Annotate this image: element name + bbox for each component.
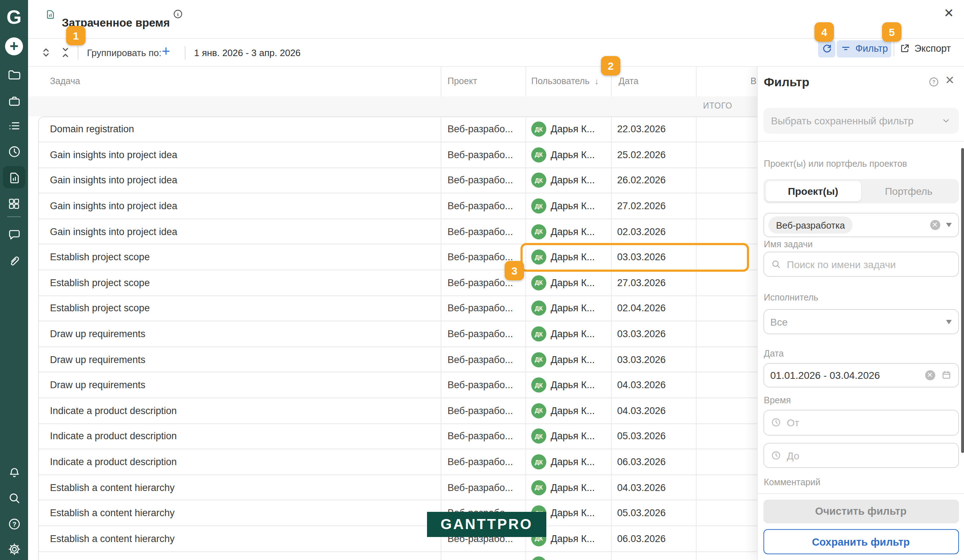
- task-cell: Draw up requirements: [39, 322, 441, 347]
- ganttpro-logo[interactable]: G: [0, 7, 28, 28]
- user-cell: ДК Дарья К...: [526, 296, 611, 321]
- expand-all-button[interactable]: [38, 45, 53, 60]
- calendar-icon[interactable]: [941, 370, 951, 380]
- project-cell: Веб-разрабо...: [441, 168, 526, 193]
- date-range-value: 01.01.2026 - 03.04.2026: [770, 369, 880, 381]
- filter-panel: Фильтр ? ✕ Выбрать сохраненный фильтр Пр…: [757, 67, 964, 560]
- panel-divider: [757, 141, 964, 142]
- bell-icon: [7, 466, 21, 480]
- user-cell: ДК Дарья К...: [526, 219, 611, 244]
- avatar: ДК: [531, 429, 546, 444]
- sidebar-item-time-log[interactable]: [0, 141, 28, 163]
- avatar: ДК: [531, 557, 546, 560]
- project-cell: Веб-разрабо...: [441, 424, 526, 449]
- user-cell: ДК Дарья К...: [526, 142, 611, 167]
- date-cell: 05.03.2026: [611, 501, 697, 526]
- sidebar-item-search[interactable]: [0, 487, 28, 509]
- sort-descending-icon[interactable]: ↓: [594, 77, 599, 86]
- collapse-all-button[interactable]: [57, 45, 73, 60]
- date-cell: 04.03.2026: [611, 475, 697, 500]
- avatar: ДК: [531, 147, 546, 163]
- clear-project-icon[interactable]: ✕: [930, 220, 940, 230]
- project-select[interactable]: Веб-разработка ✕: [763, 213, 959, 237]
- clear-date-icon[interactable]: ✕: [925, 370, 935, 380]
- date-cell: 05.03.2026: [611, 424, 697, 449]
- avatar: ДК: [531, 378, 546, 392]
- filter-panel-title: Фильтр: [764, 75, 809, 90]
- sidebar-item-reports-active[interactable]: [0, 168, 28, 189]
- assignee-select[interactable]: Все: [763, 309, 959, 334]
- dropdown-arrow-icon[interactable]: [946, 223, 951, 227]
- date-cell: 04.03.2026: [611, 398, 697, 423]
- user-cell: ДК Дарья К...: [526, 322, 611, 347]
- add-button[interactable]: +: [0, 35, 28, 57]
- panel-scrollbar[interactable]: [961, 148, 964, 453]
- saved-filter-select[interactable]: Выбрать сохраненный фильтр: [763, 108, 959, 134]
- task-name-label: Имя задачи: [764, 239, 813, 249]
- sidebar-item-attachments[interactable]: [0, 250, 28, 272]
- clock-icon: [770, 417, 781, 428]
- task-cell: Gain insights into project idea: [39, 194, 441, 218]
- panel-divider: [757, 493, 964, 494]
- save-filter-button[interactable]: Сохранить фильтр: [763, 529, 959, 554]
- column-header-user[interactable]: Пользователь↓: [526, 67, 611, 96]
- assignee-value: Все: [770, 316, 788, 327]
- date-range-selector[interactable]: 1 янв. 2026 - 3 апр. 2026: [194, 47, 301, 58]
- time-to-placeholder: До: [787, 450, 800, 461]
- sidebar-item-notifications[interactable]: [0, 462, 28, 484]
- date-cell: 26.02.2026: [611, 168, 697, 193]
- report-title-icon: [45, 9, 56, 21]
- filter-help-icon[interactable]: ?: [928, 76, 939, 87]
- sidebar-item-help[interactable]: ?: [0, 513, 28, 534]
- avatar: ДК: [531, 480, 546, 495]
- column-header-task[interactable]: Задача: [28, 67, 441, 96]
- filter-close-icon[interactable]: ✕: [945, 75, 955, 86]
- project-cell: Веб-разрабо...: [441, 475, 526, 500]
- sidebar-item-tasks[interactable]: [0, 115, 28, 137]
- sidebar-item-settings[interactable]: [0, 539, 28, 560]
- date-cell: 03.03.2026: [611, 245, 697, 270]
- task-cell: Draw up requirements: [39, 373, 441, 397]
- avatar: ДК: [531, 326, 546, 342]
- column-header-project[interactable]: Проект: [441, 67, 526, 96]
- avatar: ДК: [531, 403, 546, 418]
- time-from-input[interactable]: От: [763, 409, 959, 435]
- task-cell: Indicate a product description: [39, 424, 441, 449]
- tab-portfolio[interactable]: Портфель: [861, 181, 956, 201]
- dropdown-arrow-icon[interactable]: [946, 319, 951, 324]
- project-cell: Веб-разрабо...: [441, 347, 526, 372]
- refresh-button[interactable]: [818, 40, 835, 57]
- date-range-input[interactable]: 01.01.2026 - 03.04.2026 ✕: [763, 363, 959, 387]
- close-report-icon[interactable]: ✕: [944, 7, 954, 20]
- filter-button[interactable]: Фильтр: [837, 40, 891, 57]
- saved-filter-placeholder: Выбрать сохраненный фильтр: [771, 115, 914, 127]
- sidebar-item-portfolio[interactable]: [0, 90, 28, 112]
- task-cell: Domain registration: [39, 117, 441, 142]
- tab-projects[interactable]: Проект(ы): [765, 181, 861, 201]
- clear-filter-button[interactable]: Очистить фильтр: [763, 499, 959, 523]
- sidebar-item-comments[interactable]: [0, 224, 28, 246]
- project-cell: Веб-разрабо...: [441, 194, 526, 218]
- task-search-input[interactable]: Поиск по имени задачи: [763, 252, 959, 277]
- avatar: ДК: [531, 122, 546, 137]
- svg-text:?: ?: [12, 521, 16, 527]
- task-cell: Indicate a product description: [39, 449, 441, 474]
- avatar: ДК: [531, 275, 546, 290]
- sidebar-item-projects[interactable]: [0, 64, 28, 86]
- group-by-label: Группировать по:: [87, 47, 161, 58]
- project-cell: Веб-разрабо...: [441, 398, 526, 423]
- assignee-label: Исполнитель: [764, 292, 818, 302]
- date-cell: 06.03.2026: [611, 449, 697, 474]
- info-icon[interactable]: [173, 9, 183, 20]
- date-cell: 03.03.2026: [611, 347, 697, 372]
- time-to-input[interactable]: До: [763, 443, 959, 468]
- project-cell: Веб-разрабо...: [441, 296, 526, 321]
- sidebar-item-apps[interactable]: [0, 193, 28, 214]
- task-search-placeholder: Поиск по имени задачи: [787, 259, 896, 270]
- add-grouping-button[interactable]: +: [162, 44, 170, 58]
- column-header-date[interactable]: Дата: [611, 67, 697, 96]
- export-button[interactable]: Экспорт: [899, 40, 951, 57]
- project-chip[interactable]: Веб-разработка: [768, 217, 853, 234]
- date-cell: 25.02.2026: [611, 142, 697, 167]
- report-document-icon: [7, 171, 21, 186]
